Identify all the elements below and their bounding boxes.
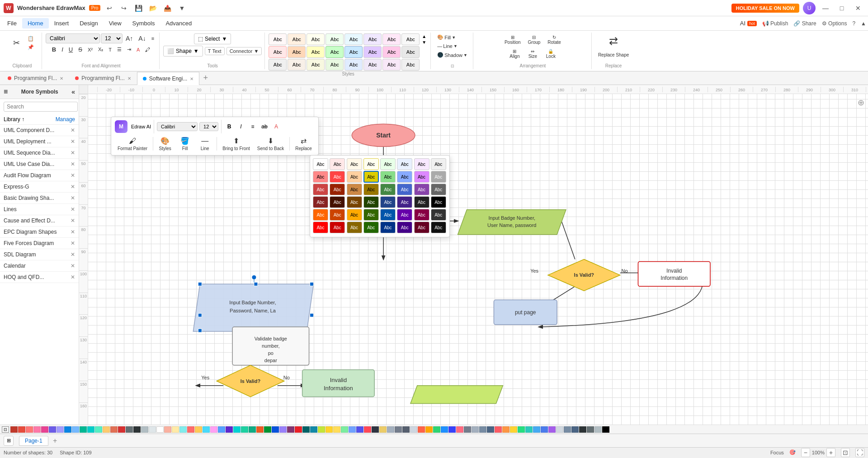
p-d7[interactable]: Abc: [414, 196, 429, 208]
sidebar-item-uml-deployment[interactable]: UML Deployment ... ✕: [0, 136, 79, 147]
swatch-13[interactable]: [103, 426, 110, 433]
style-abc-24[interactable]: Abc: [401, 59, 420, 71]
menu-insert[interactable]: Insert: [49, 18, 75, 28]
maximize-btn[interactable]: □: [835, 2, 848, 14]
align-btn2[interactable]: ⊞Align: [506, 47, 523, 60]
sidebar-item-sdl[interactable]: SDL Diagram ✕: [0, 249, 79, 260]
swatch-43[interactable]: [333, 426, 340, 433]
search-input[interactable]: [4, 102, 78, 112]
swatch-73[interactable]: [564, 426, 571, 433]
style-abc-23[interactable]: Abc: [382, 59, 401, 71]
close-lines[interactable]: ✕: [71, 206, 75, 212]
p-d4[interactable]: Abc: [363, 196, 379, 208]
styles-expand-btn[interactable]: ⊡: [451, 64, 454, 68]
p-s4[interactable]: Abc: [363, 184, 379, 195]
sidebar-collapse-btn[interactable]: «: [71, 88, 75, 95]
minimize-btn[interactable]: —: [819, 2, 832, 14]
swatch-51[interactable]: [395, 426, 402, 433]
p-e3[interactable]: Abc: [347, 209, 362, 221]
tab-add-btn[interactable]: +: [199, 73, 212, 83]
export-btn[interactable]: 📤: [162, 3, 173, 14]
swatch-47[interactable]: [364, 426, 371, 433]
swatch-64[interactable]: [495, 426, 502, 433]
cut-btn[interactable]: ✂: [8, 37, 24, 49]
swatch-55[interactable]: [425, 426, 433, 433]
swatch-68[interactable]: [525, 426, 533, 433]
style-abc-9[interactable]: Abc: [269, 46, 287, 58]
fill-dropdown[interactable]: 🎨 Fill ▼: [434, 33, 470, 41]
ft-bring-front-btn[interactable]: ⬆ Bring to Front: [220, 135, 253, 152]
swatch-27[interactable]: [210, 426, 217, 433]
sidebar-item-uml-component[interactable]: UML Component D... ✕: [0, 125, 79, 136]
tab-2[interactable]: Programming Fl... ✕: [69, 71, 137, 85]
list-btn[interactable]: ☰: [115, 46, 124, 53]
p-s3[interactable]: Abc: [347, 184, 362, 195]
ft-italic-btn[interactable]: I: [236, 122, 246, 132]
tab-1[interactable]: Programming Fl... ✕: [2, 71, 69, 85]
sidebar-item-uml-usecase[interactable]: UML Use Case Dia... ✕: [0, 159, 79, 170]
p-r1[interactable]: Abc: [313, 171, 328, 183]
ft-line-btn[interactable]: — Line: [196, 136, 214, 152]
line-dropdown[interactable]: — Line ▼: [434, 42, 470, 50]
redo-btn[interactable]: ↪: [118, 3, 129, 14]
open-btn[interactable]: 📂: [147, 3, 158, 14]
style-abc-17[interactable]: Abc: [269, 59, 287, 71]
style-abc-2[interactable]: Abc: [288, 33, 306, 45]
color-bar-settings[interactable]: ⊡: [2, 426, 9, 433]
ft-send-back-btn[interactable]: ⬇ Send to Back: [255, 135, 287, 152]
p-e6[interactable]: Abc: [397, 209, 412, 221]
text-btn[interactable]: T Text: [205, 47, 225, 55]
decrease-font-btn[interactable]: A↓: [136, 34, 148, 43]
swatch-45[interactable]: [349, 426, 356, 433]
swatch-58[interactable]: [448, 426, 456, 433]
position-btn[interactable]: ⊞Position: [502, 33, 524, 46]
p-r8[interactable]: Abc: [431, 171, 446, 183]
swatch-44[interactable]: [341, 426, 348, 433]
p-s2[interactable]: Abc: [330, 184, 345, 195]
p-r3[interactable]: Abc: [347, 171, 362, 183]
swatch-3[interactable]: [26, 426, 33, 433]
style-abc-11[interactable]: Abc: [307, 46, 325, 58]
swatch-12[interactable]: [95, 426, 102, 433]
style-abc-15[interactable]: Abc: [382, 46, 401, 58]
italic-btn[interactable]: I: [59, 45, 66, 54]
select-btn[interactable]: ⬚ Select ▼: [194, 33, 231, 44]
swatch-77[interactable]: [594, 426, 602, 433]
close-btn[interactable]: ✕: [852, 2, 864, 14]
font-family-select[interactable]: Calibri: [46, 33, 100, 43]
p-s8[interactable]: Abc: [431, 184, 446, 195]
highlight-btn[interactable]: 🖍: [143, 46, 152, 53]
swatch-61[interactable]: [472, 426, 479, 433]
align-btn[interactable]: ≡: [149, 35, 156, 42]
copy-btn[interactable]: 📋: [25, 35, 36, 42]
p-d6[interactable]: Abc: [397, 196, 412, 208]
style-abc-20[interactable]: Abc: [326, 59, 344, 71]
p-f8[interactable]: Abc: [431, 222, 446, 233]
swatch-54[interactable]: [418, 426, 425, 433]
close-five-forces[interactable]: ✕: [71, 240, 75, 246]
swatch-69[interactable]: [533, 426, 540, 433]
swatch-11[interactable]: [87, 426, 94, 433]
palette-light-blue[interactable]: Abc: [397, 158, 412, 170]
tab-3[interactable]: Software Engi... ✕: [137, 72, 200, 85]
font-size-select[interactable]: 12: [101, 33, 123, 43]
swatch-31[interactable]: [241, 426, 248, 433]
style-abc-12[interactable]: Abc: [326, 46, 344, 58]
style-abc-13[interactable]: Abc: [344, 46, 363, 58]
swatch-39[interactable]: [302, 426, 310, 433]
canvas-container[interactable]: Start e Login Account? No Input Badge Nu…: [88, 94, 868, 425]
save-btn[interactable]: 💾: [133, 3, 144, 14]
color-btn[interactable]: A: [134, 46, 142, 53]
share-btn[interactable]: 🔗 Share: [793, 20, 816, 27]
palette-light-red[interactable]: Abc: [330, 158, 345, 170]
swatch-49[interactable]: [379, 426, 387, 433]
bold-btn[interactable]: B: [50, 45, 58, 54]
menu-home[interactable]: Home: [22, 18, 49, 28]
tab-close-3[interactable]: ✕: [190, 76, 193, 81]
sidebar-item-epc[interactable]: EPC Diagram Shapes ✕: [0, 227, 79, 238]
menu-view[interactable]: View: [104, 18, 127, 28]
p-r6[interactable]: Abc: [397, 171, 412, 183]
style-abc-1[interactable]: Abc: [269, 33, 287, 45]
p-f1[interactable]: Abc: [313, 222, 328, 233]
style-abc-14[interactable]: Abc: [363, 46, 382, 58]
